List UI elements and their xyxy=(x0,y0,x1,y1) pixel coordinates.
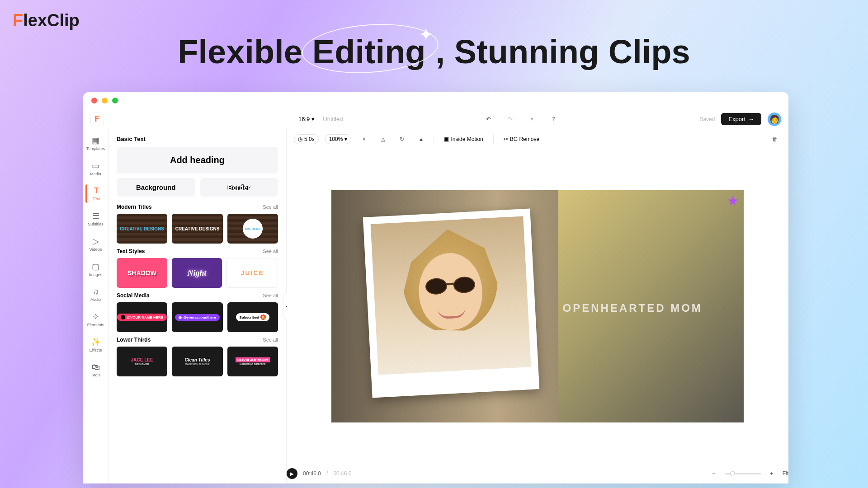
bell-icon: 🔔 xyxy=(260,314,266,320)
redo-button[interactable]: ↷ xyxy=(504,113,517,126)
zoom-in-button[interactable]: + xyxy=(765,467,778,480)
see-all-social[interactable]: See all xyxy=(263,293,278,298)
canvas-toolbar: ◷5.0s 100%▾ ✧ ◬ ↻ ▲ ▣Inside Motion ✂BG R… xyxy=(287,129,788,149)
time-current: 00:46.0 xyxy=(303,470,321,477)
template-subscribed[interactable]: Subscribed🔔 xyxy=(227,302,278,332)
audio-icon: ♫ xyxy=(93,287,99,296)
template-night[interactable]: Night xyxy=(172,258,222,288)
saved-status: Saved xyxy=(699,116,715,122)
videos-icon: ▷ xyxy=(93,236,99,246)
close-icon[interactable] xyxy=(91,98,97,103)
template-shadow[interactable]: SHADOW xyxy=(117,258,167,288)
video-preview[interactable]: OPENHEARTED MOM xyxy=(331,190,744,422)
rotate-icon[interactable]: ↻ xyxy=(396,133,408,145)
top-bar: F 16:9 ▾ Untitled ↶ ↷ ⌖ ? Saved Export→ … xyxy=(83,109,788,129)
window-titlebar xyxy=(83,92,788,109)
delete-button[interactable]: 🗑 xyxy=(769,133,781,145)
subtitles-icon: ☰ xyxy=(92,211,99,221)
nav-videos[interactable]: ▷Videos xyxy=(86,235,105,253)
headline: Flexible Editing✦ , Stunning Clips xyxy=(178,33,690,71)
chevron-down-icon: ▾ xyxy=(311,116,315,122)
nav-templates[interactable]: ▦Templates xyxy=(86,134,105,153)
motion-icon: ▣ xyxy=(444,136,449,142)
minimize-icon[interactable] xyxy=(102,98,108,103)
magic-icon[interactable]: ✧ xyxy=(358,133,370,145)
help-icon[interactable]: ? xyxy=(547,113,560,126)
zoom-out-button[interactable]: − xyxy=(708,467,720,480)
chevron-down-icon: ▾ xyxy=(344,136,347,142)
undo-button[interactable]: ↶ xyxy=(482,113,495,126)
border-style-button[interactable]: Border xyxy=(200,178,278,197)
scissors-icon: ✂ xyxy=(504,136,508,142)
project-title[interactable]: Untitled xyxy=(323,116,343,122)
nav-subtitles[interactable]: ☰Subtitles xyxy=(86,209,105,228)
template-juice[interactable]: JUICE xyxy=(226,258,278,288)
see-all-styles[interactable]: See all xyxy=(263,249,278,254)
template-olivia[interactable]: OLIVIA JOHNSONMARKETING DIRECTOR xyxy=(227,347,278,376)
template-modern[interactable]: #MODERN xyxy=(227,214,278,244)
duration-control[interactable]: ◷5.0s xyxy=(294,134,319,144)
export-button[interactable]: Export→ xyxy=(721,113,761,125)
zoom-slider[interactable] xyxy=(725,473,761,474)
tools-icon: 🛍 xyxy=(92,362,100,372)
overlay-text[interactable]: OPENHEARTED MOM xyxy=(562,302,702,314)
avatar[interactable]: 🧑 xyxy=(768,113,781,126)
side-nav: ▦Templates ▭Media TText ☰Subtitles ▷Vide… xyxy=(83,129,108,483)
template-creative-1[interactable]: CREATIVE DESIGNS xyxy=(117,214,167,244)
section-social-title: Social Media xyxy=(117,292,150,299)
see-all-modern[interactable]: See all xyxy=(263,204,278,210)
brand-icon[interactable]: F xyxy=(90,113,104,126)
section-lower-title: Lower Thirds xyxy=(117,337,151,343)
text-icon: T xyxy=(94,186,99,196)
canvas-area: ‹ ◷5.0s 100%▾ ✧ ◬ ↻ ▲ ▣Inside Motion ✂BG… xyxy=(287,129,788,483)
media-icon: ▭ xyxy=(92,161,99,171)
tiktok-icon xyxy=(121,315,125,319)
nav-text[interactable]: TText xyxy=(85,184,104,203)
nav-effects[interactable]: ✨Effects xyxy=(86,335,105,354)
elements-icon: ✧ xyxy=(92,312,99,322)
template-instagram[interactable]: ◉@youraccounthere xyxy=(172,302,222,332)
polaroid-photo[interactable] xyxy=(363,209,539,398)
template-tiktok[interactable]: @YOUR NAME HERE xyxy=(117,302,167,332)
arrow-right-icon: → xyxy=(748,116,754,122)
maximize-icon[interactable] xyxy=(112,98,118,103)
aspect-ratio-selector[interactable]: 16:9 ▾ xyxy=(298,116,315,122)
template-creative-2[interactable]: CREATIVE DESIGNS xyxy=(172,214,222,244)
nav-elements[interactable]: ✧Elements xyxy=(86,310,105,329)
canvas[interactable]: OPENHEARTED MOM xyxy=(287,149,788,464)
add-heading-button[interactable]: Add heading xyxy=(117,147,278,174)
fit-button[interactable]: Fit xyxy=(783,470,788,477)
nav-images[interactable]: ▢Images xyxy=(86,260,105,279)
focus-icon[interactable]: ⌖ xyxy=(526,113,538,126)
see-all-lower[interactable]: See all xyxy=(263,337,278,343)
bg-remove-button[interactable]: ✂BG Remove xyxy=(500,135,543,144)
section-styles-title: Text Styles xyxy=(117,248,145,254)
clock-icon: ◷ xyxy=(298,136,302,142)
editor-window: F 16:9 ▾ Untitled ↶ ↷ ⌖ ? Saved Export→ … xyxy=(83,92,788,483)
flip-icon[interactable]: ▲ xyxy=(415,133,427,145)
app-logo: FlexClip xyxy=(13,11,80,30)
nav-audio[interactable]: ♫Audio xyxy=(86,285,105,304)
template-clean[interactable]: Clean TitlesMADE WITH FLEXCLIP xyxy=(172,347,222,376)
template-jace[interactable]: JACE LEEDESIGNER xyxy=(117,347,167,376)
play-button[interactable]: ▶ xyxy=(287,468,297,479)
nav-tools[interactable]: 🛍Tools xyxy=(86,361,105,379)
images-icon: ▢ xyxy=(92,262,99,272)
panel-title: Basic Text xyxy=(117,136,278,142)
section-modern-title: Modern Titles xyxy=(117,204,152,210)
sparkle-icon: ✦ xyxy=(420,25,432,43)
text-panel: Basic Text Add heading Background Border… xyxy=(108,129,287,483)
playback-bar: ▶ 00:46.0 / 00:46.0 − + Fit xyxy=(287,464,788,483)
effects-icon: ✨ xyxy=(91,337,101,347)
time-total: 00:46.0 xyxy=(333,470,351,477)
zoom-control[interactable]: 100%▾ xyxy=(325,134,352,144)
nav-media[interactable]: ▭Media xyxy=(86,159,105,178)
templates-icon: ▦ xyxy=(92,136,99,145)
inside-motion-button[interactable]: ▣Inside Motion xyxy=(440,135,486,144)
filter-icon[interactable]: ◬ xyxy=(377,133,389,145)
background-style-button[interactable]: Background xyxy=(117,178,195,197)
instagram-icon: ◉ xyxy=(179,315,182,319)
